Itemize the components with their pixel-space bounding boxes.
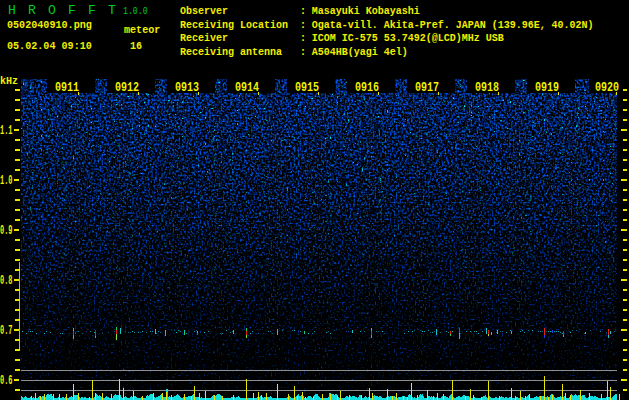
svg-text:05.02.04 09:10: 05.02.04 09:10 bbox=[7, 40, 92, 52]
svg-text:Observer : Masayuki: Observer : Masayuki Kobayashi bbox=[180, 5, 420, 18]
svg-text:0919: 0919 bbox=[535, 80, 559, 95]
svg-text:0914: 0914 bbox=[235, 80, 259, 95]
svg-text:1.0.0: 1.0.0 bbox=[123, 5, 148, 17]
svg-text:F: F bbox=[68, 3, 76, 18]
svg-text:1.0: 1.0 bbox=[0, 174, 13, 187]
svg-text:16: 16 bbox=[130, 40, 142, 52]
svg-text:0502040910.png: 0502040910.png bbox=[7, 19, 92, 31]
svg-text:0.7: 0.7 bbox=[0, 324, 13, 337]
svg-text:0917: 0917 bbox=[415, 80, 439, 95]
svg-text:0916: 0916 bbox=[355, 80, 379, 95]
svg-text:0913: 0913 bbox=[175, 80, 199, 95]
svg-text:1.1: 1.1 bbox=[0, 124, 13, 137]
svg-text:meteor: meteor bbox=[124, 24, 160, 36]
svg-text:0915: 0915 bbox=[295, 80, 319, 95]
svg-text:0920: 0920 bbox=[595, 80, 619, 95]
svg-text:Receiving antenna : A504HB(y: Receiving antenna : A504HB(yagi 4el) bbox=[180, 45, 408, 58]
svg-text:0.6: 0.6 bbox=[0, 374, 13, 387]
svg-text:O: O bbox=[48, 3, 56, 18]
svg-text:0918: 0918 bbox=[475, 80, 499, 95]
svg-text:0912: 0912 bbox=[115, 80, 139, 95]
svg-text:F: F bbox=[88, 3, 96, 18]
svg-text:Receiving Location : Ogata-vi: Receiving Location : Ogata-vill. Akita-P… bbox=[180, 18, 594, 31]
svg-text:H: H bbox=[8, 3, 16, 18]
svg-text:Receiver : ICOM IC-: Receiver : ICOM IC-575 53.7492(@LCD)MHz … bbox=[180, 32, 504, 45]
svg-text:0.8: 0.8 bbox=[0, 274, 13, 287]
svg-text:T: T bbox=[108, 3, 116, 18]
svg-text:kHz: kHz bbox=[0, 76, 18, 87]
svg-text:R: R bbox=[28, 3, 36, 18]
svg-text:0911: 0911 bbox=[55, 80, 79, 95]
svg-text:0.9: 0.9 bbox=[0, 224, 13, 237]
